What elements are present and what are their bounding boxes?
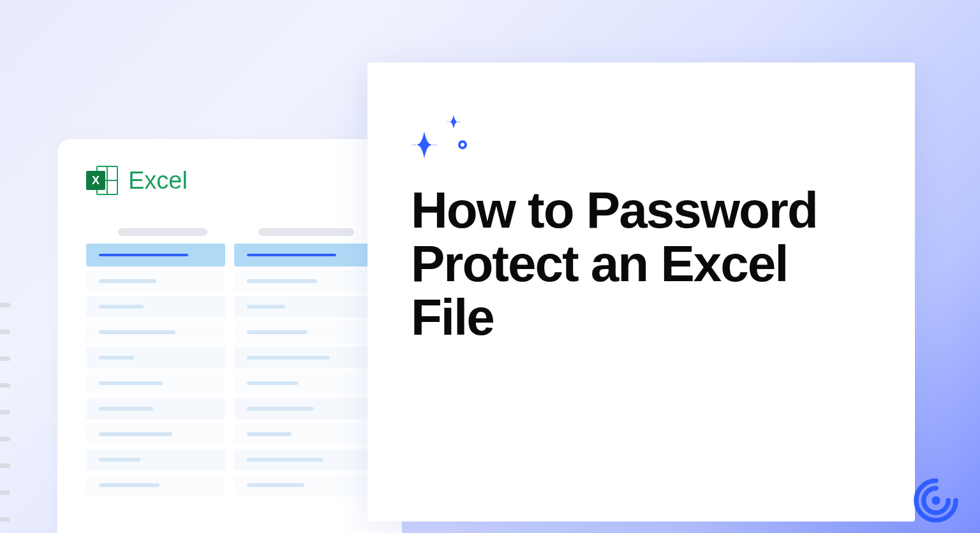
brand-logo-icon [912,477,960,524]
table-row [86,423,373,445]
excel-mockup-card: X Excel [57,139,402,533]
table-row [86,347,373,369]
svg-point-0 [932,496,940,504]
table-row [86,449,373,471]
page-title: How to Password Protect an Excel File [411,184,872,344]
table-row [86,372,373,394]
table-row [86,296,373,318]
table-row [86,270,373,292]
table-header-row [86,244,373,266]
excel-icon: X [86,164,118,196]
edge-tick-marks [0,303,10,522]
sparkle-icon [411,113,487,164]
table-row [86,321,373,343]
excel-header: X Excel [86,164,373,196]
spreadsheet-mockup [86,228,373,496]
table-row [86,398,373,420]
excel-label: Excel [128,167,188,194]
title-card: How to Password Protect an Excel File [368,62,915,522]
table-row [86,474,373,496]
